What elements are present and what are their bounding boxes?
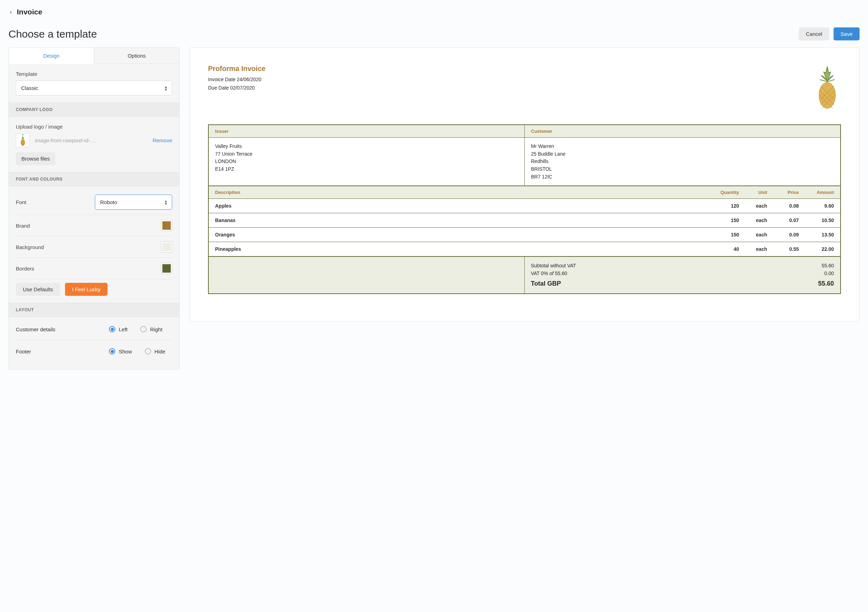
due-date: Due Date 02/07/2020: [208, 84, 265, 92]
page-title: Choose a template: [8, 28, 97, 40]
upload-logo-label: Upload logo / image: [16, 124, 172, 130]
borders-label: Borders: [16, 266, 34, 271]
invoice-item-row: Pineapples40each0.5522.00: [209, 242, 840, 256]
company-logo-header: COMPANY LOGO: [9, 102, 179, 117]
brand-color-swatch[interactable]: [161, 220, 172, 231]
font-select[interactable]: Roboto ▴▾: [95, 195, 172, 210]
tab-options[interactable]: Options: [94, 48, 179, 64]
feel-lucky-button[interactable]: I Feel Lucky: [65, 283, 107, 296]
settings-panel: Design Options Template Classic ▴▾ COMPA…: [8, 47, 180, 370]
radio-icon: [140, 326, 147, 332]
radio-icon: [145, 348, 151, 355]
chevron-updown-icon: ▴▾: [165, 200, 167, 205]
breadcrumb-title: Invoice: [17, 8, 42, 16]
template-label: Template: [16, 71, 172, 77]
logo-filename: image-from-rawpixel-id-23…: [35, 137, 98, 143]
background-label: Background: [16, 244, 44, 250]
chevron-updown-icon: ▴▾: [165, 85, 167, 91]
col-unit: Unit: [739, 190, 767, 195]
invoice-date: Invoice Date 24/06/2020: [208, 76, 265, 84]
customer-header: Customer: [524, 125, 840, 137]
back-chevron-icon[interactable]: ‹: [8, 8, 13, 16]
footer-label: Footer: [16, 349, 31, 355]
radio-icon: [109, 348, 115, 355]
logo-thumbnail: [16, 133, 30, 147]
invoice-table: Issuer Customer Valley Fruits77 Union Te…: [208, 124, 841, 294]
invoice-preview: Proforma Invoice Invoice Date 24/06/2020…: [189, 47, 860, 321]
svg-point-0: [21, 139, 25, 146]
background-color-swatch[interactable]: [161, 241, 172, 253]
invoice-item-row: Bananas150each0.0710.50: [209, 213, 840, 227]
use-defaults-button[interactable]: Use Defaults: [16, 283, 60, 296]
customer-address: Mr Warren25 Buddle LaneRedhillsBRISTOLBR…: [524, 138, 840, 186]
layout-header: LAYOUT: [9, 303, 179, 317]
cancel-button[interactable]: Cancel: [799, 27, 829, 40]
font-colours-header: FONT AND COLOURS: [9, 172, 179, 186]
breadcrumb: ‹ Invoice: [8, 8, 860, 16]
vat-line: VAT 0% of 55.60 0.00: [531, 270, 834, 277]
brand-label: Brand: [16, 223, 30, 229]
issuer-address: Valley Fruits77 Union TerraceLONDONE14 1…: [209, 138, 524, 186]
subtotal-line: Subtotal without VAT55.60: [531, 262, 834, 270]
customer-details-label: Customer details: [16, 326, 56, 332]
browse-files-button[interactable]: Browse files: [16, 152, 56, 165]
col-amount: Amount: [799, 190, 834, 195]
customer-details-right-radio[interactable]: Right: [140, 326, 162, 332]
footer-show-radio[interactable]: Show: [109, 348, 132, 355]
total-line: Total GBP55.60: [531, 277, 834, 288]
invoice-item-row: Oranges150each0.0913.50: [209, 227, 840, 242]
footer-hide-radio[interactable]: Hide: [145, 348, 166, 355]
remove-logo-link[interactable]: Remove: [152, 137, 172, 143]
col-price: Price: [767, 190, 799, 195]
radio-icon: [109, 326, 115, 332]
svg-point-1: [819, 82, 835, 108]
invoice-item-row: Apples120each0.089.60: [209, 198, 840, 213]
customer-details-left-radio[interactable]: Left: [109, 326, 127, 332]
invoice-logo: [814, 65, 841, 110]
font-label: Font: [16, 199, 26, 205]
col-quantity: Quantity: [707, 190, 739, 195]
issuer-header: Issuer: [209, 125, 524, 137]
tab-design[interactable]: Design: [9, 48, 94, 64]
template-select[interactable]: Classic ▴▾: [16, 81, 172, 96]
borders-color-swatch[interactable]: [161, 263, 172, 274]
invoice-title: Proforma Invoice: [208, 65, 265, 73]
col-description: Description: [215, 190, 707, 195]
save-button[interactable]: Save: [834, 27, 860, 40]
